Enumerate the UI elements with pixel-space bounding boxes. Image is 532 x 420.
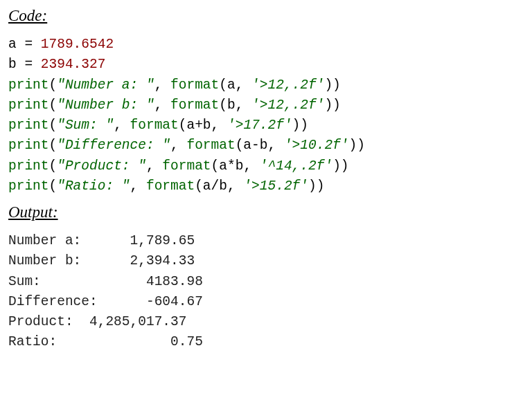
- code-line-4: print("Number b: ", format(b, '>12,.2f')…: [8, 98, 341, 113]
- code-line-8: print("Ratio: ", format(a/b, '>15.2f')): [8, 179, 324, 194]
- code-line-6: print("Difference: ", format(a-b, '>10.2…: [8, 138, 365, 153]
- output-block: Number a: 1,789.65 Number b: 2,394.33 Su…: [8, 231, 524, 353]
- output-line-6: Ratio: 0.75: [8, 334, 203, 349]
- code-line-5: print("Sum: ", format(a+b, '>17.2f')): [8, 118, 308, 133]
- code-line-7: print("Product: ", format(a*b, '^14,.2f'…: [8, 158, 349, 174]
- output-line-2: Number b: 2,394.33: [8, 253, 195, 268]
- code-block: a = 1789.6542 b = 2394.327 print("Number…: [8, 35, 524, 197]
- output-line-3: Sum: 4183.98: [8, 274, 203, 289]
- section-heading-output: Output:: [8, 203, 524, 221]
- section-heading-code: Code:: [8, 7, 524, 25]
- code-line-1: a = 1789.6542: [8, 37, 114, 52]
- output-line-1: Number a: 1,789.65: [8, 233, 195, 248]
- output-line-4: Difference: -604.67: [8, 294, 203, 309]
- output-line-5: Product: 4,285,017.37: [8, 314, 186, 329]
- code-line-3: print("Number a: ", format(a, '>12,.2f')…: [8, 77, 341, 93]
- code-line-2: b = 2394.327: [8, 57, 105, 72]
